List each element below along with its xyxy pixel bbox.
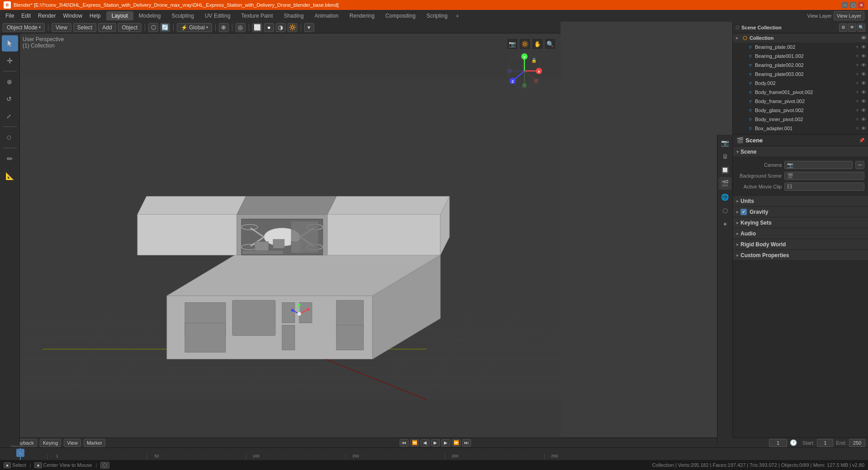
viewport-zoom-btn[interactable]: 🔍 (544, 38, 556, 50)
eye-icon-3[interactable]: 👁 (861, 62, 866, 68)
viewport-grab-btn[interactable]: ✋ (532, 38, 543, 50)
object-tab[interactable]: ⬡ (719, 204, 731, 217)
fps-icon[interactable]: 🕐 (790, 439, 797, 446)
outliner-item-Bearing_plate_002[interactable]: ▿Bearing_plate.002▿👁 (733, 42, 868, 52)
transform-tool-btn[interactable]: ⬡ (2, 129, 18, 146)
active-movie-clip-value[interactable]: 🎞 (784, 183, 864, 191)
rigid-body-world-section-header[interactable]: ▸ Rigid Body World (733, 239, 868, 250)
outliner-item-Bearing_plate002_002[interactable]: ▿Bearing_plate002.002▿👁 (733, 61, 868, 70)
eye-icon-2[interactable]: 👁 (861, 53, 866, 59)
eye-icon-7[interactable]: 👁 (861, 99, 866, 104)
step-fwd-btn[interactable]: ▶ (441, 439, 450, 446)
eye-icon-10[interactable]: 👁 (861, 126, 866, 131)
current-frame-input[interactable] (769, 439, 787, 447)
scene-tab[interactable]: 🎬 (719, 177, 731, 190)
viewport-render-btn[interactable]: 🔆 (519, 38, 531, 50)
cursor-tool-btn[interactable]: ✛ (2, 52, 18, 69)
menu-file[interactable]: File (2, 11, 18, 20)
viewport-cam-btn[interactable]: 📷 (506, 38, 518, 50)
jump-start-btn[interactable]: ⏮ (400, 439, 409, 446)
outliner-filter-btn[interactable]: ⚙ (839, 24, 847, 32)
workspace-tab-compositing[interactable]: Compositing (380, 11, 421, 20)
outliner-item-Body_frame001_pivot_002[interactable]: ▿Body_frame001_pivot.002▿👁 (733, 88, 868, 97)
outliner-visibility-btn[interactable]: 👁 (848, 24, 856, 32)
viewport-3d[interactable]: User Perspective (1) Collection 📷 🔆 ✋ 🔍 … (20, 33, 561, 445)
camera-value[interactable]: 📷 (784, 161, 853, 169)
global-transform[interactable]: ⚡ Global ▾ (177, 23, 212, 32)
viewport-gizmo-btn[interactable]: 🔄 (160, 23, 170, 32)
move-tool-btn[interactable]: ⊕ (2, 74, 18, 90)
workspace-tab-rendering[interactable]: Rendering (344, 11, 380, 20)
eye-icon-1[interactable]: 👁 (861, 44, 866, 50)
view-layer-tab[interactable]: 🔲 (719, 164, 731, 176)
next-keyframe-btn[interactable]: ⏩ (452, 439, 461, 446)
maximize-button[interactable]: ▢ (850, 2, 856, 8)
outliner-item-Box_adapter001_001[interactable]: ▿Box_adapter001.001▿👁 (733, 133, 868, 134)
close-button[interactable]: ✕ (858, 2, 864, 8)
scene-section-header[interactable]: ▾ Scene (733, 146, 868, 157)
select-menu[interactable]: Select (73, 23, 96, 32)
outliner-search-btn[interactable]: 🔍 (857, 24, 865, 32)
measure-tool-btn[interactable]: 📐 (2, 168, 18, 184)
menu-help[interactable]: Help (86, 11, 104, 20)
workspace-tab-scripting[interactable]: Scripting (421, 11, 453, 20)
world-tab[interactable]: 🌐 (719, 191, 731, 203)
annotate-tool-btn[interactable]: ✏ (2, 150, 18, 167)
add-menu[interactable]: Add (98, 23, 116, 32)
background-scene-value[interactable]: 🎬 (784, 172, 864, 180)
collection-vis-icon[interactable]: 👁 (861, 35, 866, 41)
workspace-tab-sculpting[interactable]: Sculpting (166, 11, 199, 20)
minimize-button[interactable]: ─ (842, 2, 848, 8)
jump-end-btn[interactable]: ⏭ (462, 439, 471, 446)
menu-edit[interactable]: Edit (18, 11, 34, 20)
proportional-edit-btn[interactable]: ◎ (236, 23, 245, 32)
start-frame-input[interactable] (817, 439, 833, 447)
outliner-item-Collection[interactable]: ▸⬡Collection👁 (733, 33, 868, 42)
outliner-item-Body_frame_pivot_002[interactable]: ▿Body_frame_pivot.002▿👁 (733, 97, 868, 106)
gravity-checkbox[interactable]: ✓ (741, 209, 747, 215)
add-workspace-button[interactable]: + (453, 11, 462, 20)
audio-section-header[interactable]: ▸ Audio (733, 228, 868, 239)
gravity-section-header[interactable]: ▸ ✓ Gravity (733, 207, 868, 217)
render-tab[interactable]: 📷 (719, 136, 731, 149)
physics-tab[interactable]: ✦ (719, 218, 731, 230)
end-frame-input[interactable] (849, 439, 865, 447)
mode-select[interactable]: Object Mode ▾ (3, 23, 45, 32)
orientation-gizmo[interactable]: Y X Z 🔒 (506, 53, 542, 89)
snap-btn[interactable]: ⊕ (219, 23, 229, 32)
eye-icon-4[interactable]: 👁 (861, 71, 866, 77)
menu-window[interactable]: Window (59, 11, 86, 20)
workspace-tab-uv-editing[interactable]: UV Editing (199, 11, 236, 20)
outliner-item-Body_002[interactable]: ▿Body.002▿👁 (733, 79, 868, 88)
wireframe-mode-btn[interactable]: ⬜ (252, 23, 262, 32)
eevee-mode-btn[interactable]: 🔆 (288, 23, 297, 32)
workspace-tab-layout[interactable]: Layout (106, 11, 133, 20)
eye-icon-9[interactable]: 👁 (861, 117, 866, 122)
solid-mode-btn[interactable]: ● (264, 23, 274, 32)
custom-properties-section-header[interactable]: ▸ Custom Properties (733, 250, 868, 261)
outliner-item-Body_glass_pivot_002[interactable]: ▿Body_glass_pivot.002▿👁 (733, 106, 868, 115)
keying-menu[interactable]: Keying (40, 439, 61, 447)
select-tool-btn[interactable] (2, 35, 18, 52)
outliner-item-Body_inner_pivot_002[interactable]: ▿Body_inner_pivot.002▿👁 (733, 115, 868, 124)
view-layer-select[interactable]: View Layer (834, 11, 864, 20)
step-back-btn[interactable]: ◀ (420, 439, 429, 446)
marker-menu[interactable]: Marker (84, 439, 105, 447)
eye-icon-8[interactable]: 👁 (861, 108, 866, 113)
output-tab[interactable]: 🖥 (719, 150, 731, 163)
workspace-tab-texture-paint[interactable]: Texture Paint (236, 11, 278, 20)
viewport-overlay-btn[interactable]: ⬡ (148, 23, 158, 32)
units-section-header[interactable]: ▸ Units (733, 196, 868, 207)
scale-tool-btn[interactable]: ⤢ (2, 108, 18, 124)
outliner-item-Box_adapter_001[interactable]: ▿Box_adapter.001▿👁 (733, 124, 868, 133)
object-menu[interactable]: Object (118, 23, 142, 32)
prev-keyframe-btn[interactable]: ⏪ (410, 439, 419, 446)
eye-icon-6[interactable]: 👁 (861, 89, 866, 95)
play-btn[interactable]: ▶ (431, 439, 440, 446)
menu-render[interactable]: Render (34, 11, 59, 20)
rendered-mode-btn[interactable]: ◑ (276, 23, 286, 32)
workspace-tab-animation[interactable]: Animation (309, 11, 344, 20)
outliner-item-Bearing_plate003_002[interactable]: ▿Bearing_plate003.002▿👁 (733, 70, 868, 79)
view-menu[interactable]: View (52, 23, 71, 32)
rotate-tool-btn[interactable]: ↺ (2, 91, 18, 107)
